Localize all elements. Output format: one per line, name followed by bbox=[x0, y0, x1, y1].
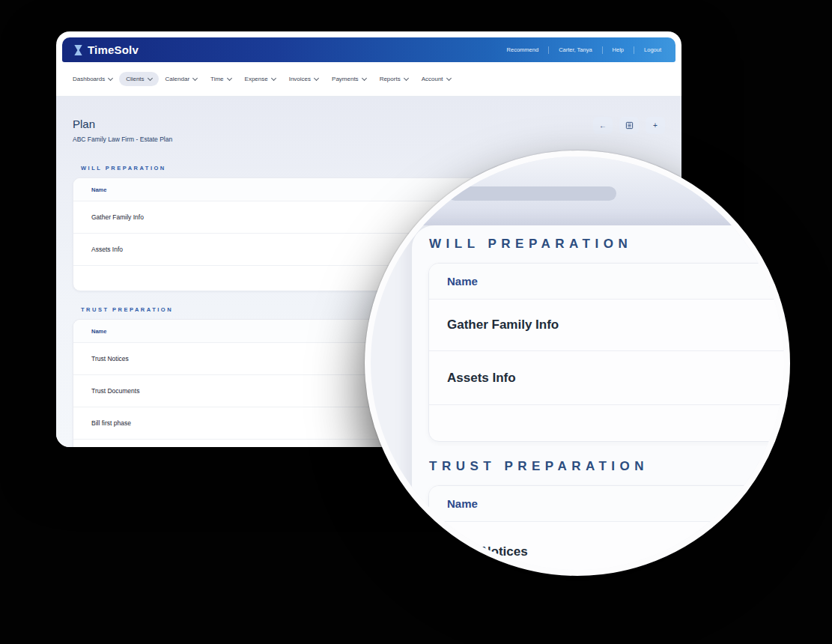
chevron-down-icon bbox=[227, 76, 232, 81]
magnified-column-header-name: Name bbox=[429, 486, 787, 522]
magnified-column-header-name: Name bbox=[429, 264, 787, 300]
chevron-down-icon bbox=[314, 76, 319, 81]
magnified-section-title-will: WILL PREPARATION bbox=[429, 237, 632, 252]
top-navigation-bar: TimeSolv Recommend Carter, Tanya Help Lo… bbox=[62, 37, 675, 62]
plan-toolbar: ← + bbox=[593, 117, 665, 134]
help-link[interactable]: Help bbox=[603, 46, 634, 53]
nav-label: Account bbox=[422, 76, 443, 82]
nav-item-expense[interactable]: Expense bbox=[238, 72, 282, 86]
nav-label: Payments bbox=[332, 76, 359, 82]
nav-label: Clients bbox=[126, 76, 144, 82]
page-title: Plan bbox=[73, 97, 665, 130]
magnified-table-row: Gather Family Info bbox=[429, 300, 787, 351]
magnified-will-table: Name Gather Family Info Assets Info bbox=[428, 263, 788, 442]
logout-link[interactable]: Logout bbox=[634, 46, 671, 53]
chevron-down-icon bbox=[148, 76, 153, 81]
nav-label: Dashboards bbox=[73, 76, 105, 82]
magnified-trust-table: Name Trust Notices bbox=[428, 485, 788, 576]
nav-label: Invoices bbox=[289, 76, 311, 82]
chevron-down-icon bbox=[404, 76, 409, 81]
recommend-link[interactable]: Recommend bbox=[497, 46, 549, 53]
main-menu-bar: Dashboards Clients Calendar Time Expense… bbox=[56, 62, 681, 97]
user-account-link[interactable]: Carter, Tanya bbox=[549, 46, 601, 53]
nav-item-reports[interactable]: Reports bbox=[373, 72, 415, 86]
chevron-down-icon bbox=[192, 76, 198, 81]
nav-item-account[interactable]: Account bbox=[415, 72, 458, 86]
list-view-button[interactable] bbox=[619, 117, 639, 134]
topbar-links: Recommend Carter, Tanya Help Logout bbox=[497, 37, 671, 62]
magnified-section-title-trust: TRUST PREPARATION bbox=[429, 459, 649, 474]
brand-logo[interactable]: TimeSolv bbox=[73, 43, 139, 56]
back-arrow-icon: ← bbox=[599, 121, 607, 130]
chevron-down-icon bbox=[362, 76, 367, 81]
nav-label: Reports bbox=[380, 76, 401, 82]
list-icon bbox=[625, 121, 634, 130]
nav-item-invoices[interactable]: Invoices bbox=[282, 72, 325, 86]
back-button[interactable]: ← bbox=[593, 117, 613, 134]
nav-item-calendar[interactable]: Calendar bbox=[159, 72, 204, 86]
breadcrumb: ABC Family Law Firm - Estate Plan bbox=[73, 136, 665, 143]
magnifier-lens: WILL PREPARATION Name Gather Family Info… bbox=[365, 151, 790, 576]
magnified-table-row: Trust Notices bbox=[429, 522, 787, 576]
magnified-table-row: Assets Info bbox=[429, 351, 787, 405]
hourglass-icon bbox=[73, 44, 83, 56]
nav-item-payments[interactable]: Payments bbox=[325, 72, 373, 86]
chevron-down-icon bbox=[108, 76, 113, 81]
chevron-down-icon bbox=[446, 76, 452, 81]
magnified-scrollbar-pill bbox=[448, 186, 616, 201]
nav-item-dashboards[interactable]: Dashboards bbox=[66, 72, 119, 86]
add-button[interactable]: + bbox=[646, 117, 665, 134]
magnified-content-sheet: WILL PREPARATION Name Gather Family Info… bbox=[412, 225, 790, 576]
nav-label: Expense bbox=[245, 76, 268, 82]
brand-name: TimeSolv bbox=[88, 43, 139, 56]
nav-item-clients[interactable]: Clients bbox=[119, 72, 158, 86]
column-header-name: Name bbox=[91, 186, 484, 193]
nav-label: Time bbox=[210, 76, 223, 82]
nav-item-time[interactable]: Time bbox=[204, 72, 237, 86]
chevron-down-icon bbox=[271, 76, 276, 81]
nav-label: Calendar bbox=[166, 76, 189, 82]
plus-icon: + bbox=[653, 121, 658, 130]
